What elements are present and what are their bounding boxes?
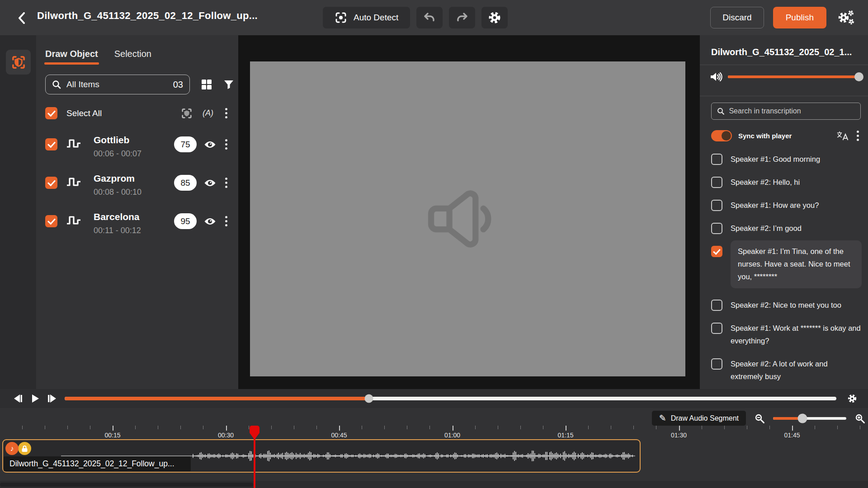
transcript-checkbox[interactable] (711, 358, 722, 370)
object-name: Gottlieb (94, 135, 174, 145)
transcript-checkbox[interactable] (711, 323, 722, 334)
audio-placeholder-frame[interactable] (250, 61, 685, 376)
seek-knob[interactable] (364, 394, 373, 403)
detection-settings-button[interactable] (481, 7, 508, 28)
step-forward-icon (47, 394, 57, 403)
timeline-zoom-slider[interactable] (773, 417, 846, 420)
draw-audio-segment-button[interactable]: ✎ Draw Audio Segment (652, 411, 746, 426)
ruler-minor-tick (837, 426, 838, 429)
transcript-row[interactable]: Speaker #1: Good morning (711, 153, 862, 165)
next-frame-button[interactable] (46, 393, 58, 404)
search-icon (717, 107, 724, 115)
ruler-minor-tick (724, 426, 725, 429)
transcript-checkbox[interactable] (711, 223, 722, 234)
sync-toggle[interactable] (711, 130, 732, 141)
audio-track[interactable]: ♪ Dilworth_G_451132_2025_02_12_Follow_up… (2, 439, 641, 473)
volume-slider-knob[interactable] (854, 72, 863, 81)
object-row-barcelona[interactable]: Barcelona 00:11 - 00:12 95 (36, 203, 238, 242)
transcript-checkbox[interactable] (711, 154, 722, 165)
app-settings-button[interactable] (835, 7, 856, 28)
redo-button[interactable] (449, 7, 475, 28)
visibility-eye-icon[interactable] (204, 178, 216, 188)
ruler-minor-tick (747, 426, 747, 429)
audio-segment-icon (66, 177, 81, 188)
shield-scan-icon (11, 55, 26, 70)
object-checkbox[interactable] (45, 138, 57, 150)
transcript-row[interactable]: Speaker #2: I’m good (711, 222, 862, 235)
ruler-minor-tick (158, 426, 158, 429)
object-time-range: 00:11 - 00:12 (94, 226, 174, 235)
ruler-minor-tick (294, 426, 294, 429)
object-checkbox[interactable] (45, 177, 57, 189)
ruler-minor-tick (656, 426, 656, 429)
seek-bar[interactable] (65, 397, 836, 400)
visibility-eye-icon[interactable] (204, 217, 216, 226)
playhead-handle[interactable] (248, 425, 261, 441)
timeline-scrollbar-thumb[interactable] (0, 483, 253, 487)
transcript-row-active[interactable]: Speaker #1: I’m Tina, one of the nurses.… (711, 245, 862, 288)
timeline-zoom-knob[interactable] (797, 413, 807, 423)
ruler-minor-tick (815, 426, 815, 429)
transcript-row[interactable]: Speaker #1: How are you? (711, 199, 862, 211)
transcription-menu-button[interactable] (855, 129, 861, 143)
discard-button[interactable]: Discard (710, 7, 764, 28)
transcription-search-input[interactable] (729, 107, 855, 115)
object-row-gazprom[interactable]: Gazprom 00:08 - 00:10 85 (36, 165, 238, 203)
playhead-marker-icon (248, 425, 261, 441)
audio-segment-icon (66, 138, 81, 150)
ruler-minor-tick (520, 426, 521, 429)
back-button[interactable] (14, 10, 30, 26)
zoom-in-icon[interactable] (854, 413, 865, 424)
ruler-minor-tick (384, 426, 385, 429)
player-settings-button[interactable] (847, 394, 857, 404)
select-all-checkbox[interactable] (45, 107, 57, 119)
redaction-tool-button[interactable] (6, 50, 31, 75)
object-name: Gazprom (94, 173, 174, 184)
undo-button[interactable] (416, 7, 443, 28)
translate-icon[interactable] (837, 131, 849, 141)
timeline-scrollbar[interactable] (0, 481, 868, 488)
auto-detect-button[interactable]: Auto Detect (323, 7, 410, 28)
visibility-eye-icon[interactable] (204, 140, 216, 149)
transcript-checkbox[interactable] (711, 246, 722, 257)
transcript-row[interactable]: Speaker #2: Nice to meet you too (711, 299, 862, 311)
timeline-ruler[interactable]: 00:1500:3000:4501:0001:1501:3001:45 (0, 426, 868, 440)
ruler-minor-tick (498, 426, 498, 429)
ruler-minor-tick (135, 426, 136, 429)
items-filter-dropdown[interactable]: All Items 03 (45, 75, 190, 94)
tab-draw-object[interactable]: Draw Object (45, 49, 98, 65)
volume-icon[interactable] (710, 71, 722, 82)
publish-button[interactable]: Publish (773, 7, 826, 28)
objects-tabs: Draw Object Selection (36, 35, 238, 65)
filter-icon[interactable] (223, 79, 234, 90)
lock-icon (21, 445, 28, 452)
transcript-checkbox[interactable] (711, 177, 722, 188)
ruler-minor-tick (67, 426, 68, 429)
auto-label-icon[interactable]: (A) (203, 108, 213, 118)
select-all-menu-button[interactable] (223, 106, 229, 120)
transcription-search-box[interactable] (711, 103, 861, 120)
transcript-checkbox[interactable] (711, 300, 722, 311)
ruler-time-label: 00:15 (104, 432, 120, 439)
transcript-row[interactable]: Speaker #2: A lot of work and extremely … (711, 357, 862, 383)
confidence-badge: 95 (174, 213, 197, 229)
object-row-gottlieb[interactable]: Gottlieb 00:06 - 00:07 75 (36, 127, 238, 165)
play-button[interactable] (29, 393, 42, 404)
transcript-row[interactable]: Speaker #1: Work at ******* is okay and … (711, 322, 862, 347)
object-menu-button[interactable] (223, 137, 229, 151)
transcript-checkbox[interactable] (711, 200, 722, 211)
object-menu-button[interactable] (223, 214, 229, 228)
object-menu-button[interactable] (223, 176, 229, 190)
ruler-minor-tick (429, 426, 430, 429)
object-checkbox[interactable] (45, 215, 57, 227)
previous-frame-button[interactable] (12, 393, 24, 404)
transcript-row[interactable]: Speaker #2: Hello, hi (711, 176, 862, 188)
grid-view-icon[interactable] (201, 79, 212, 90)
select-all-label: Select All (66, 108, 181, 118)
ruler-minor-tick (271, 426, 272, 429)
tab-selection[interactable]: Selection (114, 49, 151, 65)
volume-slider[interactable] (728, 75, 859, 78)
zoom-out-icon[interactable] (754, 413, 765, 424)
top-bar: Dilworth_G_451132_2025_02_12_Follow_up..… (0, 0, 868, 35)
shield-scan-icon[interactable] (181, 108, 193, 119)
